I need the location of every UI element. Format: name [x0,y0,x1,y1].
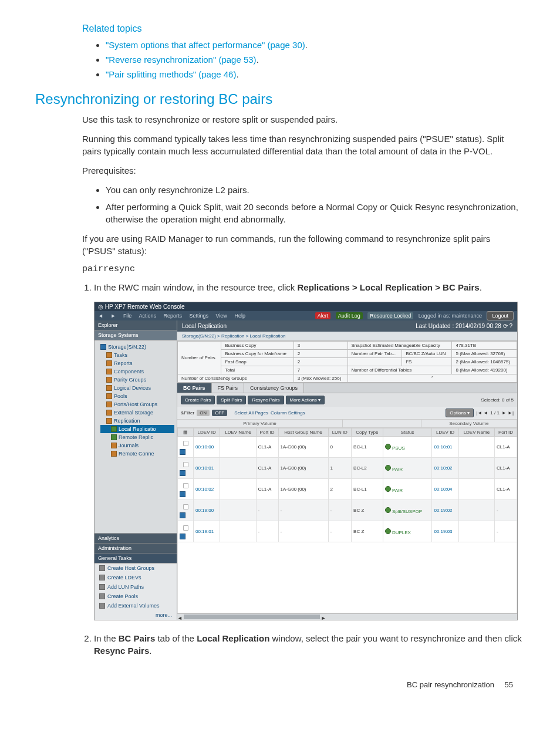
select-all-link[interactable]: Select All Pages [234,410,268,416]
tree-root[interactable]: Storage(S/N:22) [100,343,174,351]
table-empty-area [177,542,517,613]
more-actions-button[interactable]: More Actions ▾ [286,396,325,404]
tree-local-replication[interactable]: Local Replicatio [100,425,174,433]
row-checkbox[interactable] [183,504,188,509]
auditlog-badge[interactable]: Audit Log [336,312,363,319]
analytics-header[interactable]: Analytics [95,533,177,544]
filter-off[interactable]: OFF [212,410,227,416]
step-1: In the RWC main window, in the resource … [94,281,525,293]
command-text: pairresync [82,264,525,274]
steps-list-2: In the BC Pairs tab of the Local Replica… [94,632,525,657]
storage-systems-header[interactable]: Storage Systems [95,330,177,340]
logout-button[interactable]: Logout [487,311,514,320]
table-row[interactable]: 00:10:02CL1-A1A-G00 (00)2BC-L1 PAIR00:10… [178,479,517,500]
volume-icon [180,512,185,518]
nav-back-icon[interactable]: ◄ [98,313,103,319]
tree-journals[interactable]: Journals [100,441,174,450]
volume-icon [180,449,185,455]
menu-settings[interactable]: Settings [189,313,208,319]
menu-actions[interactable]: Actions [139,313,156,319]
volume-icon [180,534,185,539]
refresh-icon[interactable]: ⟳ [503,323,510,329]
page-next-icon[interactable]: ► ►| [502,410,514,416]
menu-help[interactable]: Help [234,313,245,319]
intro-para-2: Running this command typically takes les… [82,133,525,157]
page-info: 1 / 1 [490,410,500,416]
tab-consistency[interactable]: Consistency Groups [244,383,304,393]
resync-pairs-button[interactable]: Resync Pairs [248,396,284,404]
tree-pools[interactable]: Pools [100,392,174,400]
tree-ports[interactable]: Ports/Host Groups [100,400,174,409]
tree-remote-replication[interactable]: Remote Replic [100,433,174,441]
alert-badge[interactable]: Alert [315,312,331,319]
create-pairs-button[interactable]: Create Pairs [181,396,215,404]
tree-components[interactable]: Components [100,367,174,376]
menu-reports[interactable]: Reports [163,313,182,319]
storage-icon [100,344,106,350]
page-prev-icon[interactable]: |◄ ◄ [476,410,488,416]
replication-icon [106,418,112,424]
tree-ldev[interactable]: Logical Devices [100,384,174,392]
row-checkbox[interactable] [183,483,188,488]
lunpath-icon [99,584,105,590]
help-icon[interactable]: ? [509,323,512,329]
tab-fs-pairs[interactable]: FS Pairs [212,383,245,393]
breadcrumb[interactable]: Storage(S/N:22) > Replication > Local Re… [177,332,517,341]
status-icon [385,507,391,513]
remote-rep-icon [111,434,117,440]
task-1[interactable]: Create LDEVs [95,573,177,582]
tree-external[interactable]: External Storage [100,409,174,417]
column-settings-link[interactable]: Column Settings [271,410,305,416]
row-checkbox[interactable] [183,525,188,531]
ports-icon [106,401,112,407]
tab-bc-pairs[interactable]: BC Pairs [177,383,212,393]
table-row[interactable]: 00:10:01CL1-A1A-G00 (00)1BC-L2 PAIR00:10… [178,458,517,479]
resource-badge[interactable]: Resource Locked [367,312,413,319]
last-updated: Last Updated : 2014/02/19 00:28 [416,323,501,329]
page-footer: BC pair resynchronization 55 [35,680,525,689]
more-link[interactable]: more... [95,610,177,620]
menu-file[interactable]: File [123,313,132,319]
row-checkbox[interactable] [183,441,188,446]
column-group-header: Primary Volume Secondary Volume [177,420,517,428]
table-row[interactable]: 00:19:00---BC Z Split/SUSPOP00:19:02- [178,500,517,521]
tree-remote-conn[interactable]: Remote Conne [100,450,174,458]
options-button[interactable]: Options ▾ [446,409,474,417]
tree-replication[interactable]: Replication [100,417,174,425]
nav-fwd-icon[interactable]: ► [110,313,116,319]
admin-header[interactable]: Administration [95,544,177,553]
stats-panel: Number of PairsBusiness Copy3 Snapshot E… [177,341,517,383]
raid-para: If you are using RAID Manager to run com… [82,232,525,257]
pools-icon [106,393,112,399]
resource-tree: Storage(S/N:22) Tasks Reports Components… [95,340,177,460]
task-3[interactable]: Create Pools [95,592,177,601]
tree-parity[interactable]: Parity Groups [100,376,174,384]
related-link-2[interactable]: "Pair splitting methods" (page 46) [106,69,236,79]
table-row[interactable]: 00:19:01---BC Z DUPLEX00:19:03- [178,521,517,542]
filter-on[interactable]: ON [197,410,210,416]
external-icon [106,410,112,416]
tree-reports[interactable]: Reports [100,359,174,367]
tree-tasks[interactable]: Tasks [100,351,174,359]
step-2: In the BC Pairs tab of the Local Replica… [94,632,525,657]
task-2[interactable]: Add LUN Paths [95,582,177,592]
task-4[interactable]: Add External Volumes [95,601,177,610]
row-checkbox[interactable] [183,462,188,467]
prereq-1: After performing a Quick Split, wait 20 … [106,201,525,225]
related-link-0[interactable]: "System options that affect performance"… [106,40,305,50]
task-0[interactable]: Create Host Groups [95,563,177,573]
menu-view[interactable]: View [216,313,227,319]
explorer-header[interactable]: Explorer [95,320,177,330]
h-scrollbar[interactable]: ◄► [177,613,517,620]
related-link-1[interactable]: "Reverse resynchronization" (page 53) [106,55,257,65]
expand-all-icon[interactable]: ▦ [183,430,188,435]
related-topics-heading: Related topics [82,23,525,34]
status-icon [385,444,391,450]
login-status: Logged in as: maintenance [419,313,482,319]
hp-logo-icon: ◎ [98,303,103,310]
menubar: ◄ ► File Actions Reports Settings View H… [95,311,517,320]
table-row[interactable]: 00:10:00CL1-A1A-G00 (00)0BC-L1 PSUS00:10… [178,437,517,458]
filter-label: &Filter [181,410,194,416]
volume-icon [180,470,185,476]
split-pairs-button[interactable]: Split Pairs [217,396,246,404]
